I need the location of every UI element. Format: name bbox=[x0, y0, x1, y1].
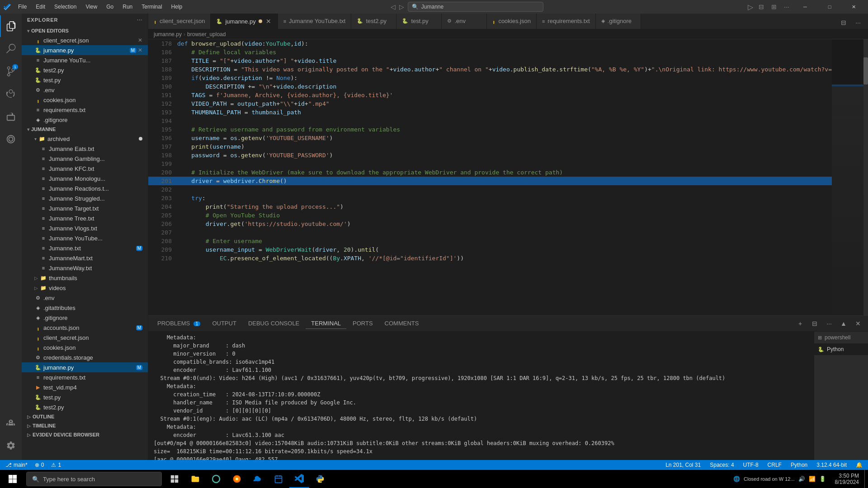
panel-tab-output[interactable]: OUTPUT bbox=[207, 318, 241, 329]
tab-requirements[interactable]: ≡ requirements.txt bbox=[537, 14, 596, 29]
outline-toggle[interactable]: ▷ OUTLINE bbox=[22, 412, 148, 421]
back-button[interactable]: ◁ bbox=[391, 3, 396, 10]
menu-terminal[interactable]: Terminal bbox=[138, 3, 165, 11]
status-errors[interactable]: ⊗ 0 bbox=[33, 462, 46, 468]
file-jumanne-way[interactable]: ≡JumanneWay.txt bbox=[22, 263, 148, 273]
breadcrumb-file[interactable]: jumanne.py bbox=[154, 31, 182, 38]
new-terminal-btn[interactable]: + bbox=[794, 317, 807, 330]
status-language[interactable]: Python bbox=[789, 462, 809, 468]
jumanne-toggle[interactable]: ▾ JUMANNE bbox=[22, 125, 148, 134]
activity-search[interactable] bbox=[0, 38, 22, 60]
activity-run-debug[interactable] bbox=[0, 83, 22, 105]
search-bar[interactable]: 🔍 Jumanne bbox=[408, 2, 543, 12]
file-client-secret[interactable]: ╻client_secret.json bbox=[22, 333, 148, 343]
open-editor-requirements[interactable]: ≡ requirements.txt bbox=[22, 105, 148, 115]
panel-tab-problems[interactable]: PROBLEMS 1 bbox=[152, 318, 206, 329]
panel-more-btn[interactable]: ··· bbox=[823, 317, 835, 330]
file-test2-py[interactable]: 🐍test2.py bbox=[22, 402, 148, 412]
status-warnings[interactable]: ⚠ 1 bbox=[49, 462, 63, 468]
file-jumanne-reactions[interactable]: ≡Jumanne Reactions.t... bbox=[22, 183, 148, 193]
taskbar-search[interactable]: 🔍 Type here to search bbox=[26, 472, 162, 486]
ev3dev-toggle[interactable]: ▷ EV3DEV DEVICE BROWSER bbox=[22, 430, 148, 439]
close-editor-icon2[interactable]: ✕ bbox=[138, 47, 142, 53]
status-eol[interactable]: CRLF bbox=[766, 462, 783, 468]
network-status-icon[interactable]: 📶 bbox=[809, 476, 816, 482]
activity-account[interactable] bbox=[0, 412, 22, 434]
file-jumanne-vlogs[interactable]: ≡Jumanne Vlogs.txt bbox=[22, 223, 148, 233]
open-editor-gitignore[interactable]: ◈ .gitignore bbox=[22, 115, 148, 125]
code-editor[interactable]: 178 def browser_upload(video:YouTube,id)… bbox=[148, 39, 832, 315]
more-button[interactable]: ··· bbox=[782, 1, 791, 12]
menu-view[interactable]: View bbox=[82, 3, 101, 11]
start-button[interactable] bbox=[2, 470, 24, 488]
menu-run[interactable]: Run bbox=[119, 3, 136, 11]
taskbar-python-app[interactable] bbox=[310, 470, 330, 488]
file-jumanne-txt[interactable]: ≡Jumanne.txtM bbox=[22, 243, 148, 253]
breadcrumb-symbol[interactable]: browser_upload bbox=[187, 31, 226, 38]
tab-env[interactable]: ⚙ .env bbox=[442, 14, 487, 29]
taskbar-onedrive[interactable] bbox=[248, 470, 268, 488]
file-gitattributes[interactable]: ◈.gitattributes bbox=[22, 303, 148, 313]
status-line-col[interactable]: Ln 201, Col 31 bbox=[664, 462, 703, 468]
open-editors-toggle[interactable]: ▾ OPEN EDITORS bbox=[22, 26, 148, 35]
status-encoding[interactable]: UTF-8 bbox=[741, 462, 760, 468]
network-icon[interactable]: 🌐 bbox=[733, 476, 740, 482]
tab-gitignore[interactable]: ◈ .gitignore bbox=[596, 14, 641, 29]
volume-icon[interactable]: 🔊 bbox=[798, 476, 805, 482]
show-desktop-btn[interactable] bbox=[864, 470, 866, 488]
open-editor-env[interactable]: ⚙ .env bbox=[22, 85, 148, 95]
file-requirements[interactable]: ≡requirements.txt bbox=[22, 372, 148, 382]
activity-remote[interactable] bbox=[0, 128, 22, 150]
sidebar-more-button[interactable]: ··· bbox=[137, 17, 142, 23]
file-jumanne-eats[interactable]: ≡Jumanne Eats.txt bbox=[22, 144, 148, 154]
panel-tab-comments[interactable]: COMMENTS bbox=[379, 318, 425, 329]
split-editor-btn[interactable]: ⊟ bbox=[837, 16, 850, 29]
file-accounts[interactable]: ╻accounts.jsonM bbox=[22, 323, 148, 333]
tab-cookies[interactable]: ╻ cookies.json bbox=[487, 14, 537, 29]
battery-icon[interactable]: 🔋 bbox=[819, 476, 826, 482]
forward-button[interactable]: ▷ bbox=[399, 3, 404, 10]
terminal-content[interactable]: Metadata: major_brand : dash minor_versi… bbox=[148, 332, 814, 460]
activity-extensions[interactable] bbox=[0, 106, 22, 127]
open-editor-test[interactable]: 🐍 test.py bbox=[22, 75, 148, 85]
activity-explorer[interactable] bbox=[0, 15, 22, 37]
menu-go[interactable]: Go bbox=[103, 3, 117, 11]
file-env[interactable]: ⚙.env bbox=[22, 293, 148, 303]
minimize-button[interactable]: ─ bbox=[795, 0, 816, 14]
status-notifications[interactable]: 🔔 bbox=[854, 462, 864, 468]
menu-edit[interactable]: Edit bbox=[32, 3, 49, 11]
split-terminal-btn[interactable]: ⊟ bbox=[808, 317, 821, 330]
panel-maximize-btn[interactable]: ▲ bbox=[837, 317, 850, 330]
split-editor-button[interactable]: ⊟ bbox=[757, 1, 766, 12]
terminal-tab-python[interactable]: 🐍 Python bbox=[814, 343, 868, 355]
file-jumanne-tree[interactable]: ≡Jumanne Tree.txt bbox=[22, 213, 148, 223]
file-jumanne-monologue[interactable]: ≡Jumanne Monologu... bbox=[22, 174, 148, 183]
open-editor-cookies[interactable]: ╻ cookies.json bbox=[22, 95, 148, 105]
activity-settings[interactable] bbox=[0, 435, 22, 456]
timeline-toggle[interactable]: ▷ TIMELINE bbox=[22, 421, 148, 430]
taskbar-task-view[interactable] bbox=[165, 470, 184, 488]
closed-road-notification[interactable]: Closed road on W 12... bbox=[744, 476, 795, 482]
code-content[interactable]: 178 def browser_upload(video:YouTube,id)… bbox=[148, 39, 832, 315]
maximize-button[interactable]: □ bbox=[819, 0, 840, 14]
file-cookies[interactable]: ╻cookies.json bbox=[22, 343, 148, 352]
open-editor-jumanne-py[interactable]: 🐍 jumanne.py M ✕ bbox=[22, 45, 148, 55]
taskbar-browser[interactable] bbox=[206, 470, 226, 488]
status-spaces[interactable]: Spaces: 4 bbox=[708, 462, 736, 468]
tab-jumanne-py[interactable]: 🐍 jumanne.py ✕ bbox=[211, 14, 278, 29]
close-editor-icon[interactable]: ✕ bbox=[138, 37, 142, 43]
archived-folder[interactable]: ▾ 📁 archived bbox=[22, 134, 148, 144]
panel-tab-debug[interactable]: DEBUG CONSOLE bbox=[243, 318, 305, 329]
file-jumanne-kfc[interactable]: ≡Jumanne KFC.txt bbox=[22, 164, 148, 174]
layout-button[interactable]: ⊞ bbox=[769, 1, 778, 12]
status-git-branch[interactable]: ⎇ main* bbox=[4, 462, 29, 468]
file-test-py[interactable]: 🐍test.py bbox=[22, 392, 148, 402]
more-tabs-btn[interactable]: ··· bbox=[852, 16, 864, 29]
open-editor-client-secret[interactable]: ╻ client_secret.json ✕ bbox=[22, 35, 148, 45]
run-button[interactable]: ▷ bbox=[748, 3, 753, 11]
terminal-tab-powershell[interactable]: ⊞ powershell bbox=[814, 332, 868, 343]
tab-test2[interactable]: 🐍 test2.py bbox=[351, 14, 396, 29]
file-jumanne-struggled[interactable]: ≡Jumanne Struggled... bbox=[22, 193, 148, 203]
menu-file[interactable]: File bbox=[14, 3, 30, 11]
tab-jumanne-close[interactable]: ✕ bbox=[265, 18, 272, 25]
